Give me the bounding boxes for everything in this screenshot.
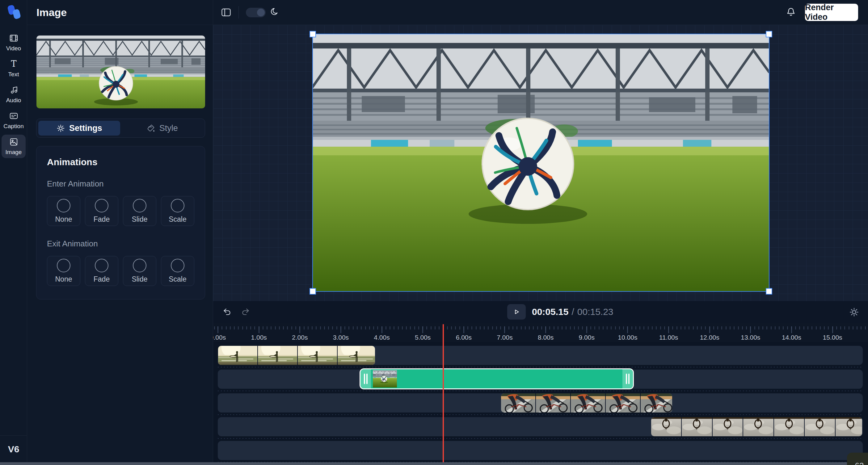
- animation-option-circle-icon: [133, 259, 147, 272]
- track-row-dots: [218, 391, 863, 391]
- sidebar-item-label: Audio: [6, 97, 21, 104]
- ruler-label: 9.00s: [579, 334, 595, 341]
- cycle-thumbnail: [641, 393, 673, 412]
- animation-option-none[interactable]: None: [47, 256, 80, 286]
- cycle-thumbnail: [606, 393, 641, 412]
- stadium-thumbnail: [373, 370, 397, 388]
- trim-grip-bar: [366, 374, 368, 384]
- caption-icon: [9, 111, 19, 121]
- surf-thumbnail: [298, 346, 338, 365]
- resize-handle-bottom-left[interactable]: [310, 288, 316, 295]
- tab-style[interactable]: Style: [121, 121, 203, 136]
- animation-option-slide[interactable]: Slide: [123, 256, 156, 286]
- animation-option-circle-icon: [171, 259, 184, 272]
- track-row[interactable]: [218, 441, 863, 460]
- image-icon: [9, 137, 19, 147]
- animation-group-label: Enter Animation: [47, 179, 194, 189]
- preview-canvas[interactable]: [213, 25, 868, 301]
- sidebar-item-text[interactable]: TText: [2, 57, 26, 80]
- sidebar-item-image[interactable]: Image: [2, 135, 26, 158]
- timeline-ruler[interactable]: 0.00s1.00s2.00s3.00s4.00s5.00s6.00s7.00s…: [213, 323, 868, 342]
- ruler-ticks-major: [213, 326, 868, 333]
- hoop-clip[interactable]: [651, 417, 862, 436]
- hoop-thumbnail: [774, 417, 805, 436]
- ruler-label: 15.00s: [823, 334, 842, 341]
- surf-thumbnail: [218, 346, 258, 365]
- play-icon: [512, 307, 521, 317]
- animation-option-circle-icon: [171, 199, 184, 212]
- clip-trim-handle-right[interactable]: [622, 369, 633, 389]
- tab-settings[interactable]: Settings: [38, 121, 120, 136]
- sidebar-item-video[interactable]: Video: [2, 31, 26, 54]
- hoop-thumbnail: [682, 417, 713, 436]
- panel-tabs: SettingsStyle: [36, 119, 205, 138]
- animation-option-circle-icon: [57, 259, 70, 272]
- sidebar-item-label: Image: [6, 149, 22, 156]
- ruler-label: 1.00s: [251, 334, 267, 341]
- text-icon: T: [9, 59, 19, 69]
- play-button[interactable]: [507, 304, 526, 320]
- surf-clip[interactable]: [218, 346, 375, 365]
- animation-option-label: Scale: [169, 275, 187, 284]
- animation-option-fade[interactable]: Fade: [85, 256, 118, 286]
- ruler-label: 2.00s: [292, 334, 308, 341]
- selected-image-frame[interactable]: [312, 34, 770, 292]
- animation-option-circle-icon: [133, 199, 147, 212]
- time-separator: /: [571, 307, 574, 317]
- surf-thumbnail: [338, 346, 375, 365]
- svg-text:T: T: [11, 59, 17, 69]
- sidebar-item-label: Caption: [3, 123, 24, 130]
- animation-groups: Enter AnimationNoneFadeSlideScaleExit An…: [47, 179, 194, 286]
- ruler-label: 3.00s: [333, 334, 349, 341]
- ruler-label: 6.00s: [456, 334, 472, 341]
- hoop-thumbnail: [651, 417, 682, 436]
- playhead[interactable]: [443, 324, 444, 465]
- resize-handle-top-left[interactable]: [310, 31, 316, 37]
- current-time: 00:05.15: [532, 307, 568, 317]
- animation-option-label: Fade: [94, 215, 110, 224]
- theme-toggle-knob: [257, 9, 265, 16]
- animation-option-label: None: [55, 275, 72, 284]
- moon-icon[interactable]: [270, 7, 280, 18]
- timeline: 0.00s1.00s2.00s3.00s4.00s5.00s6.00s7.00s…: [213, 323, 868, 465]
- redo-icon[interactable]: [240, 307, 251, 317]
- trim-grip-bar: [626, 374, 627, 384]
- resize-handle-top-right[interactable]: [766, 31, 772, 37]
- topbar: Render Video: [213, 0, 868, 25]
- sidebar-item-caption[interactable]: Caption: [2, 109, 26, 132]
- render-video-button[interactable]: Render Video: [805, 4, 858, 21]
- sidebar-item-audio[interactable]: Audio: [2, 83, 26, 106]
- clip-trim-handle-left[interactable]: [361, 369, 371, 389]
- hoop-thumbnail: [805, 417, 836, 436]
- animation-option-label: Fade: [94, 275, 110, 284]
- undo-icon[interactable]: [222, 307, 232, 317]
- selected-image-clip[interactable]: [360, 368, 634, 389]
- sidebar-item-label: Text: [8, 71, 19, 78]
- animation-option-label: Slide: [132, 215, 147, 224]
- timeline-settings-gear-icon[interactable]: [849, 307, 859, 318]
- animations-heading: Animations: [47, 157, 194, 167]
- panel-header: Image: [27, 0, 213, 25]
- horizontal-scrollbar[interactable]: [0, 462, 868, 465]
- stadium-image: [313, 34, 769, 291]
- ruler-label: 14.00s: [782, 334, 801, 341]
- animation-options-row: NoneFadeSlideScale: [47, 196, 194, 226]
- version-label: V6: [0, 444, 27, 455]
- tab-label: Settings: [69, 124, 102, 133]
- video-editor-app: VideoTTextAudioCaptionImage V6 Image Set…: [0, 0, 868, 465]
- animation-option-none[interactable]: None: [47, 196, 80, 226]
- ruler-label: 5.00s: [415, 334, 431, 341]
- topbar-divider: [239, 6, 239, 19]
- animation-option-scale[interactable]: Scale: [161, 256, 194, 286]
- trim-grip-bar: [628, 374, 629, 384]
- panel-toggle-icon[interactable]: [221, 7, 232, 18]
- animation-option-slide[interactable]: Slide: [123, 196, 156, 226]
- app-logo-icon[interactable]: [6, 4, 22, 20]
- animation-option-fade[interactable]: Fade: [85, 196, 118, 226]
- cycle-clip[interactable]: [501, 393, 672, 412]
- animation-option-scale[interactable]: Scale: [161, 196, 194, 226]
- bell-icon[interactable]: [785, 6, 797, 18]
- theme-toggle[interactable]: [246, 8, 266, 17]
- resize-handle-bottom-right[interactable]: [766, 288, 772, 295]
- animation-option-circle-icon: [95, 259, 108, 272]
